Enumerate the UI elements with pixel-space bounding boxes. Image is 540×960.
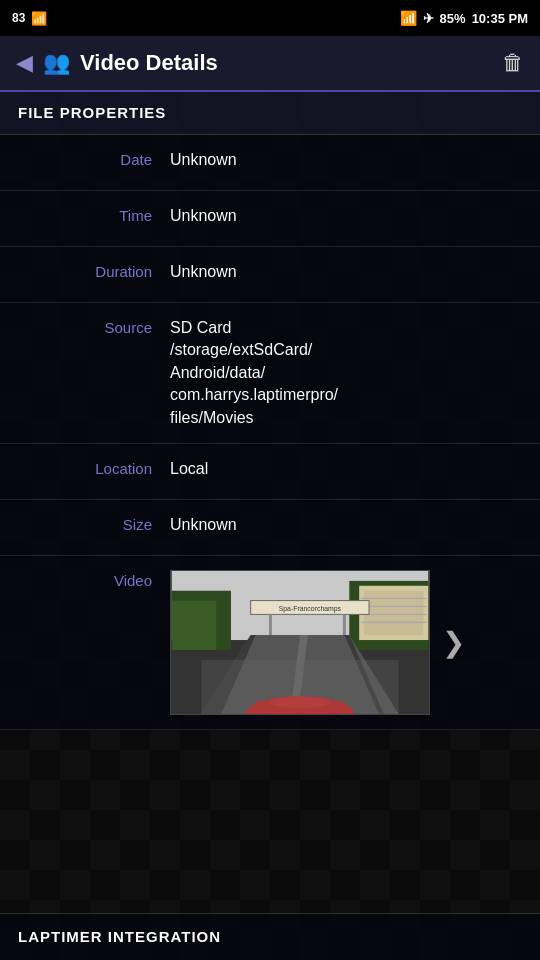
size-row: Size Unknown <box>0 500 540 556</box>
svg-rect-21 <box>201 660 398 714</box>
video-next-button[interactable]: ❯ <box>442 626 465 659</box>
time-row: Time Unknown <box>0 191 540 247</box>
battery-level: 85% <box>440 11 466 26</box>
video-thumbnail[interactable]: Spa-Francorchamps <box>170 570 430 715</box>
page-title: Video Details <box>80 50 218 76</box>
date-value: Unknown <box>170 149 540 171</box>
back-icon[interactable]: ◀ <box>16 50 33 76</box>
time-value: Unknown <box>170 205 540 227</box>
video-row: Video <box>0 556 540 730</box>
video-content: Spa-Francorchamps <box>170 570 540 715</box>
video-thumbnail-svg: Spa-Francorchamps <box>171 571 429 714</box>
airplane-icon: ✈ <box>423 11 434 26</box>
svg-rect-5 <box>364 591 423 635</box>
date-label: Date <box>0 149 170 168</box>
location-value: Local <box>170 458 540 480</box>
date-row: Date Unknown <box>0 135 540 191</box>
file-properties-title: FILE PROPERTIES <box>18 104 166 121</box>
status-left: 83 📶 <box>12 11 47 26</box>
group-icon: 👥 <box>43 50 70 76</box>
location-label: Location <box>0 458 170 477</box>
toolbar: ◀ 👥 Video Details 🗑 <box>0 36 540 92</box>
properties-container: Date Unknown Time Unknown Duration Unkno… <box>0 135 540 730</box>
size-label: Size <box>0 514 170 533</box>
location-row: Location Local <box>0 444 540 500</box>
size-value: Unknown <box>170 514 540 536</box>
duration-value: Unknown <box>170 261 540 283</box>
svg-text:Spa-Francorchamps: Spa-Francorchamps <box>279 605 342 613</box>
laptimer-title: LAPTIMER INTEGRATION <box>18 928 221 945</box>
status-right: 📶 ✈ 85% 10:35 PM <box>400 10 528 26</box>
current-time: 10:35 PM <box>472 11 528 26</box>
duration-label: Duration <box>0 261 170 280</box>
toolbar-left: ◀ 👥 Video Details <box>16 50 218 76</box>
status-bar: 83 📶 📶 ✈ 85% 10:35 PM <box>0 0 540 36</box>
duration-row: Duration Unknown <box>0 247 540 303</box>
delete-button[interactable]: 🗑 <box>502 50 524 76</box>
wifi-icon: 📶 <box>400 10 417 26</box>
time-label: Time <box>0 205 170 224</box>
source-label: Source <box>0 317 170 336</box>
video-label: Video <box>0 570 170 589</box>
svg-rect-2 <box>172 601 216 650</box>
file-properties-header: FILE PROPERTIES <box>0 92 540 135</box>
notification-badge: 83 <box>12 11 25 25</box>
source-row: Source SD Card/storage/extSdCard/Android… <box>0 303 540 444</box>
laptimer-section: LAPTIMER INTEGRATION <box>0 913 540 960</box>
source-value: SD Card/storage/extSdCard/Android/data/c… <box>170 317 540 429</box>
signal-icon: 📶 <box>31 11 47 26</box>
